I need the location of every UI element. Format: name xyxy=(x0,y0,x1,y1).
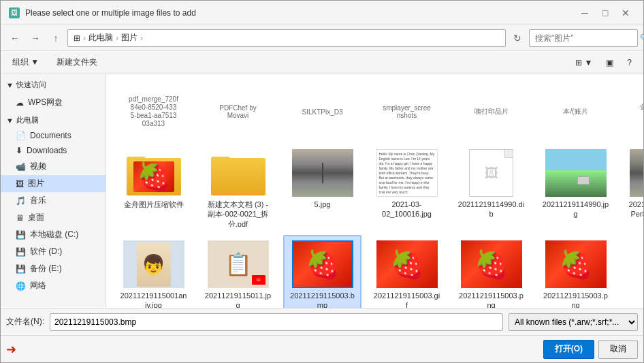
list-item[interactable]: 金旷图片压缩大器 xyxy=(621,82,643,141)
file-name: 5.jpg xyxy=(315,200,331,209)
file-thumbnail: 本/(账片 xyxy=(545,88,607,136)
sidebar-item-desktop[interactable]: 🖥 桌面 xyxy=(1,209,106,226)
path-computer: ⊞ xyxy=(74,33,80,43)
list-item[interactable]: pdf_merge_720f84e0-8520-4335-bea1-aa7513… xyxy=(114,82,193,141)
file-thumbnail xyxy=(123,149,184,197)
action-bar: ➜ 打开(O) 取消 xyxy=(1,335,643,362)
path-pictures: 图片 xyxy=(121,32,138,44)
list-item[interactable]: 金舟图片压缩软件 xyxy=(114,144,193,232)
back-button[interactable]: ← xyxy=(6,29,24,47)
list-item[interactable]: 📋 ID 20211219115011.jpg xyxy=(199,235,277,308)
sidebar-item-c-drive[interactable]: 💾 本地磁盘 (C:) xyxy=(1,226,106,243)
sidebar-item-network[interactable]: 🌐 网络 xyxy=(1,277,106,294)
list-item[interactable]: 本/(账片 xyxy=(536,82,615,141)
sidebar-item-music[interactable]: 🎵 音乐 xyxy=(1,192,106,209)
file-thumbnail: 👦 xyxy=(123,240,184,288)
organize-button[interactable]: 组织 ▼ xyxy=(6,54,45,72)
cancel-button[interactable]: 取消 xyxy=(598,340,638,359)
view-buttons: ⊞ ▼ ▣ ? xyxy=(569,54,638,72)
sidebar: ▼ 快速访问 ☁ WPS网盘 ▼ 此电脑 📄 Documents xyxy=(1,74,106,308)
list-item[interactable]: 👦 20211219115001anjv.jpg xyxy=(114,235,193,308)
wps-icon: ☁ xyxy=(16,98,24,108)
filename-bar: 文件名(N): All known files (*.arw;*.srf;*..… xyxy=(1,308,643,335)
address-path[interactable]: ⊞ › 此电脑 › 图片 › xyxy=(67,29,506,47)
path-separator1: › xyxy=(83,33,86,43)
e-drive-label: 备份 (E:) xyxy=(30,263,62,274)
maximize-button[interactable]: □ xyxy=(596,6,615,20)
list-item[interactable]: 新建文本文档 (3) - 副本-002-0021_拆分.pdf xyxy=(199,144,277,232)
wps-section: ☁ WPS网盘 xyxy=(1,94,106,111)
title-bar-left: 🖼 Please select one or multiple image fi… xyxy=(9,7,196,18)
forward-button[interactable]: → xyxy=(27,29,44,47)
search-input[interactable] xyxy=(535,33,637,43)
search-box[interactable]: 🔍 xyxy=(529,29,638,47)
downloads-label: Downloads xyxy=(27,146,67,155)
c-drive-label: 本地磁盘 (C:) xyxy=(30,229,78,240)
list-item[interactable]: 5.jpg xyxy=(283,144,361,232)
list-item[interactable]: 20211219115003.png xyxy=(536,235,615,308)
videos-icon: 📹 xyxy=(16,162,26,172)
content-area: pdf_merge_720f84e0-8520-4335-bea1-aa7513… xyxy=(106,74,643,308)
sidebar-item-documents[interactable]: 📄 Documents xyxy=(1,128,106,143)
new-folder-button[interactable]: 新建文件夹 xyxy=(50,54,103,72)
sidebar-item-wps[interactable]: ☁ WPS网盘 xyxy=(1,94,106,111)
list-item[interactable]: PDFChef byMovavi xyxy=(199,82,277,141)
file-name: 20211219114990.dib xyxy=(457,200,525,219)
quick-access-section: ▼ 快速访问 xyxy=(1,77,106,93)
title-controls: ─ □ ✕ xyxy=(575,6,635,20)
file-thumbnail xyxy=(630,149,644,197)
file-grid: pdf_merge_720f84e0-8520-4335-bea1-aa7513… xyxy=(112,80,638,308)
filename-input[interactable] xyxy=(50,313,503,331)
list-item[interactable]: Hello! My name is Chen Ziaming. My Engli… xyxy=(368,144,446,232)
chevron-icon2: ▼ xyxy=(6,116,14,125)
list-item[interactable]: 🖼 20211219114990.dib xyxy=(452,144,530,232)
sidebar-item-d-drive[interactable]: 💾 软件 (D:) xyxy=(1,243,106,260)
arrow-indicator: ➜ xyxy=(6,342,16,357)
help-button[interactable]: ? xyxy=(621,54,638,72)
this-pc-section: ▼ 此电脑 📄 Documents ⬇ Downloads 📹 视频 🖼 xyxy=(1,112,106,294)
search-icon: 🔍 xyxy=(640,33,644,43)
path-pc: 此电脑 xyxy=(88,32,113,44)
list-item[interactable]: smplayer_screenshots xyxy=(368,82,446,141)
minimize-button[interactable]: ─ xyxy=(575,6,594,20)
list-item[interactable]: 20211219115003.gif xyxy=(368,235,446,308)
this-pc-header[interactable]: ▼ 此电脑 xyxy=(1,112,106,128)
file-dialog: 🖼 Please select one or multiple image fi… xyxy=(0,0,644,363)
file-thumbnail xyxy=(376,240,438,288)
file-thumbnail: pdf_merge_720f84e0-8520-4335-bea1-aa7513… xyxy=(123,88,184,136)
view-grid-button[interactable]: ⊞ ▼ xyxy=(569,54,598,72)
list-item[interactable]: 20211219114990_PerfectlyClear.jpg xyxy=(621,144,643,232)
file-name: 20211219114990.jpg xyxy=(542,200,609,219)
list-item[interactable]: SILKTPix_D3 xyxy=(283,82,361,141)
title-bar: 🖼 Please select one or multiple image fi… xyxy=(1,1,643,25)
view-pane-button[interactable]: ▣ xyxy=(600,54,619,72)
refresh-button[interactable]: ↻ xyxy=(509,29,526,47)
list-item[interactable]: 20211219115003.bmp xyxy=(283,235,361,308)
file-thumbnail xyxy=(292,240,353,288)
file-thumbnail xyxy=(208,149,269,197)
file-name: 20211219115001anjv.jpg xyxy=(120,291,187,308)
quick-access-label: 快速访问 xyxy=(16,80,46,90)
file-thumbnail: 🖼 xyxy=(461,149,522,197)
list-item[interactable]: 咦打印品片 xyxy=(452,82,530,141)
sidebar-item-downloads[interactable]: ⬇ Downloads xyxy=(1,143,106,158)
dialog-icon: 🖼 xyxy=(9,7,20,18)
file-thumbnail xyxy=(292,149,353,197)
pictures-label: 图片 xyxy=(28,178,44,189)
network-label: 网络 xyxy=(30,280,46,291)
list-item[interactable]: 20211219114990.jpg xyxy=(536,144,615,232)
desktop-icon: 🖥 xyxy=(16,213,24,223)
sidebar-item-e-drive[interactable]: 💾 备份 (E:) xyxy=(1,260,106,277)
up-button[interactable]: ↑ xyxy=(47,29,65,47)
this-pc-label: 此电脑 xyxy=(16,115,39,125)
network-icon: 🌐 xyxy=(16,281,26,291)
quick-access-header[interactable]: ▼ 快速访问 xyxy=(1,77,106,93)
close-button[interactable]: ✕ xyxy=(616,6,635,20)
filetype-select[interactable]: All known files (*.arw;*.srf;*... xyxy=(509,313,638,331)
file-name: 新建文本文档 (3) - 副本-002-0021_拆分.pdf xyxy=(204,200,272,227)
list-item[interactable]: 20211219115003.png xyxy=(452,235,530,308)
open-button[interactable]: 打开(O) xyxy=(543,340,594,359)
sidebar-item-videos[interactable]: 📹 视频 xyxy=(1,158,106,175)
file-thumbnail: 📋 ID xyxy=(208,240,269,288)
sidebar-item-pictures[interactable]: 🖼 图片 xyxy=(1,175,106,192)
